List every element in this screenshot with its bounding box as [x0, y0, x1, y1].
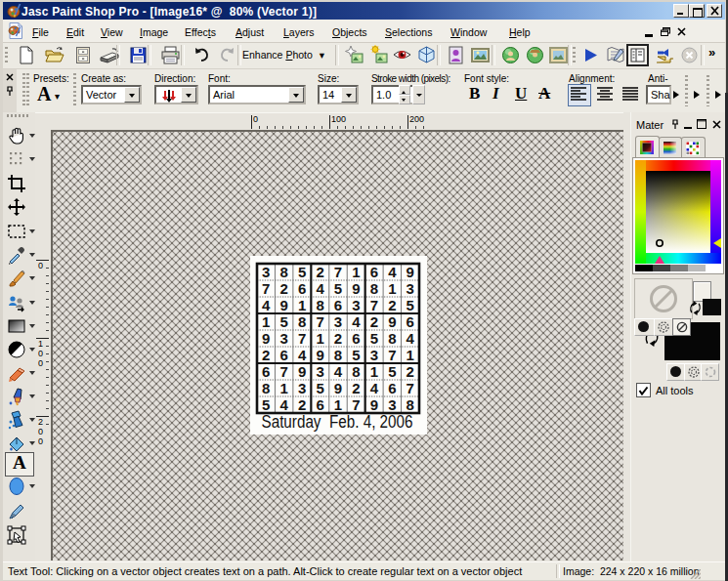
svg-text:2: 2 [298, 396, 306, 413]
svg-text:9: 9 [262, 330, 270, 347]
svg-text:4: 4 [407, 330, 415, 347]
svg-text:2: 2 [279, 280, 287, 297]
svg-text:2: 2 [262, 347, 270, 363]
svg-text:4: 4 [388, 264, 397, 280]
svg-text:1: 1 [352, 264, 360, 280]
svg-text:8: 8 [298, 313, 306, 330]
svg-text:2: 2 [370, 313, 378, 330]
svg-text:8: 8 [370, 280, 378, 297]
svg-text:8: 8 [352, 363, 360, 380]
svg-text:3: 3 [370, 347, 378, 363]
svg-text:3: 3 [388, 396, 396, 413]
svg-text:8: 8 [316, 297, 323, 313]
svg-text:9: 9 [334, 380, 342, 396]
svg-text:4: 4 [370, 380, 379, 396]
svg-text:9: 9 [388, 313, 396, 330]
svg-text:1: 1 [262, 313, 270, 330]
svg-text:8: 8 [388, 330, 396, 347]
svg-text:3: 3 [262, 264, 270, 280]
svg-text:6: 6 [407, 313, 414, 330]
svg-text:1: 1 [388, 280, 396, 297]
svg-text:5: 5 [370, 330, 378, 347]
svg-text:Saturday Feb. 4, 2006: Saturday Feb. 4, 2006 [262, 412, 413, 432]
svg-text:3: 3 [298, 380, 306, 396]
svg-text:8: 8 [334, 347, 342, 363]
svg-text:6: 6 [298, 280, 306, 297]
svg-text:7: 7 [279, 363, 287, 380]
svg-text:4: 4 [352, 313, 361, 330]
svg-text:5: 5 [262, 396, 270, 413]
svg-text:2: 2 [407, 363, 414, 380]
svg-text:6: 6 [279, 347, 287, 363]
svg-text:2: 2 [316, 264, 323, 280]
svg-text:4: 4 [279, 396, 288, 413]
svg-text:9: 9 [352, 280, 360, 297]
svg-text:5: 5 [388, 363, 396, 380]
svg-text:8: 8 [407, 396, 414, 413]
svg-text:5: 5 [407, 297, 414, 313]
svg-text:4: 4 [316, 280, 324, 297]
svg-text:9: 9 [279, 297, 287, 313]
svg-text:9: 9 [407, 264, 414, 280]
svg-text:4: 4 [334, 363, 343, 380]
svg-text:8: 8 [279, 264, 287, 280]
svg-text:9: 9 [370, 396, 378, 413]
svg-text:3: 3 [407, 280, 414, 297]
svg-text:7: 7 [407, 380, 414, 396]
svg-text:1: 1 [316, 330, 323, 347]
svg-text:7: 7 [298, 330, 306, 347]
svg-text:9: 9 [298, 363, 306, 380]
svg-text:1: 1 [298, 297, 306, 313]
svg-text:6: 6 [262, 363, 270, 380]
svg-text:8: 8 [262, 380, 270, 396]
svg-text:6: 6 [352, 330, 360, 347]
svg-text:5: 5 [352, 347, 360, 363]
svg-text:7: 7 [316, 313, 323, 330]
svg-text:5: 5 [334, 280, 342, 297]
svg-text:7: 7 [352, 396, 360, 413]
svg-text:6: 6 [370, 264, 378, 280]
svg-text:1: 1 [279, 380, 287, 396]
svg-text:3: 3 [352, 297, 360, 313]
svg-text:3: 3 [279, 330, 287, 347]
svg-text:2: 2 [334, 330, 342, 347]
svg-text:5: 5 [279, 313, 287, 330]
svg-text:1: 1 [407, 347, 414, 363]
svg-text:3: 3 [316, 363, 323, 380]
svg-text:7: 7 [334, 264, 342, 280]
svg-text:3: 3 [334, 313, 342, 330]
svg-text:9: 9 [316, 347, 323, 363]
svg-text:6: 6 [388, 380, 396, 396]
svg-text:2: 2 [388, 297, 396, 313]
svg-text:7: 7 [262, 280, 270, 297]
svg-text:4: 4 [262, 297, 271, 313]
svg-text:4: 4 [298, 347, 307, 363]
svg-text:5: 5 [316, 380, 323, 396]
svg-text:7: 7 [370, 297, 378, 313]
svg-text:5: 5 [298, 264, 306, 280]
svg-text:6: 6 [334, 297, 342, 313]
svg-text:1: 1 [334, 396, 342, 413]
svg-text:7: 7 [388, 347, 396, 363]
svg-text:6: 6 [316, 396, 323, 413]
svg-text:2: 2 [352, 380, 360, 396]
svg-text:1: 1 [370, 363, 378, 380]
